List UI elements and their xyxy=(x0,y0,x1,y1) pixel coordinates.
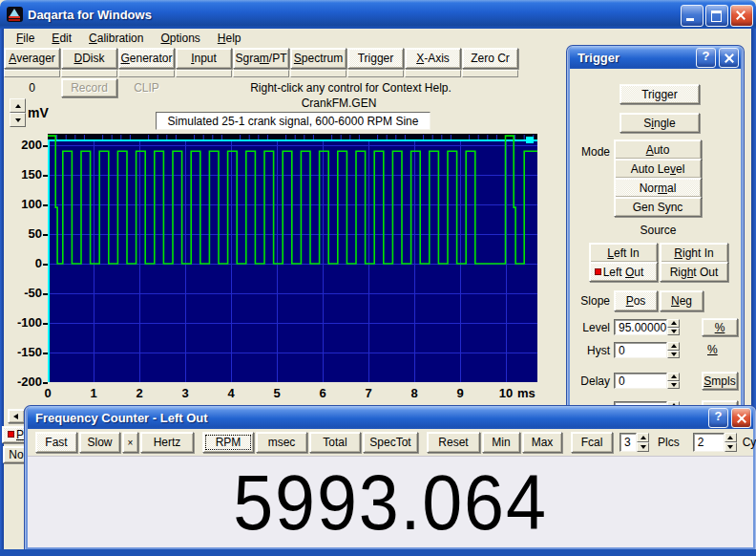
fc-places-up-icon[interactable] xyxy=(637,433,649,442)
fc-button-min[interactable]: Min xyxy=(482,432,520,453)
fc-button-fast[interactable]: Fast xyxy=(35,432,77,453)
fc-cylinders-stepper[interactable] xyxy=(724,433,737,452)
fc-button-multiplier[interactable]: × xyxy=(122,432,138,453)
trigger-titlebar[interactable]: Trigger ? xyxy=(570,46,741,69)
frequency-counter-window: Frequency Counter - Left Out ? FastSlow×… xyxy=(25,406,756,550)
trigger-level-up-icon[interactable] xyxy=(667,319,680,328)
fc-titlebar[interactable]: Frequency Counter - Left Out ? xyxy=(28,406,753,429)
fc-display-area: 5993.064 xyxy=(28,456,753,547)
trigger-source-right-out[interactable]: Right Out xyxy=(660,262,728,282)
fc-help-button[interactable]: ? xyxy=(708,408,728,428)
y-axis-range-stepper[interactable] xyxy=(10,98,26,127)
y-range-up-icon[interactable] xyxy=(10,98,26,113)
fc-button-reset[interactable]: Reset xyxy=(427,432,480,453)
trigger-hyst-field[interactable]: 0 xyxy=(614,342,667,358)
fc-button-fcal[interactable]: Fcal xyxy=(571,432,613,453)
menu-calibration[interactable]: Calibration xyxy=(80,30,152,47)
fc-button-msec[interactable]: msec xyxy=(256,432,307,453)
toolbar-button-generator[interactable]: Generator xyxy=(118,48,175,69)
trigger-delay-stepper[interactable] xyxy=(667,373,680,389)
trigger-mode-gen-sync[interactable]: Gen Sync xyxy=(614,197,702,217)
trigger-close-button[interactable] xyxy=(719,48,739,68)
menu-file[interactable]: File xyxy=(8,30,43,47)
fc-places-down-icon[interactable] xyxy=(637,442,649,452)
fc-cylinders-field[interactable]: 2 xyxy=(693,433,724,452)
y-tick-label: 150 xyxy=(10,167,42,182)
toolbar-button-spectrum[interactable]: Spectrum xyxy=(290,48,346,69)
trigger-level-label: Level xyxy=(574,321,610,334)
close-button[interactable] xyxy=(730,5,753,27)
trigger-single-button[interactable]: Single xyxy=(620,113,700,133)
trigger-mode-auto-level[interactable]: Auto Level xyxy=(614,159,702,179)
fc-close-button[interactable] xyxy=(731,408,751,428)
trigger-hyst-down-icon[interactable] xyxy=(667,351,680,359)
fc-body: FastSlow×HertzRPMmsecTotalSpecTotResetMi… xyxy=(28,429,753,547)
minimize-button[interactable] xyxy=(681,5,704,27)
trigger-level-field[interactable]: 95.00000 xyxy=(614,319,667,335)
toolbar-button-input[interactable]: Input xyxy=(176,48,232,69)
trigger-arm-button[interactable]: Trigger xyxy=(620,84,700,104)
trigger-source-left-in[interactable]: Left In xyxy=(589,243,658,263)
trigger-slope-neg[interactable]: Neg xyxy=(660,290,704,311)
fc-button-rpm[interactable]: RPM xyxy=(202,432,254,453)
toolbar-strip-segment xyxy=(176,70,232,77)
toolbar-button-trigger[interactable]: Trigger xyxy=(347,48,404,69)
trigger-mode-auto[interactable]: Auto xyxy=(614,139,702,160)
fc-button-hertz[interactable]: Hertz xyxy=(140,432,194,453)
trigger-window-title: Trigger xyxy=(570,51,620,65)
signal-title-box: Simulated 25-1 crank signal, 600-6000 RP… xyxy=(156,112,430,130)
menu-edit[interactable]: Edit xyxy=(43,30,80,47)
trigger-level-unit-button[interactable]: % xyxy=(702,318,738,336)
status-row: 0 Record CLIP xyxy=(4,78,176,97)
trigger-source-left-out[interactable]: Left Out xyxy=(589,262,658,282)
fc-cylinders-up-icon[interactable] xyxy=(724,433,737,442)
context-help-text: Right-click any control for Context Help… xyxy=(186,81,515,95)
trigger-delay-unit-button[interactable]: Smpls xyxy=(702,372,738,390)
y-tick-label: -100 xyxy=(10,315,42,330)
toolbar-button-sgram-pt[interactable]: Sgram/PT xyxy=(233,48,289,69)
scroll-left-button[interactable] xyxy=(8,409,25,423)
fc-toolbar: FastSlow×HertzRPMmsecTotalSpecTotResetMi… xyxy=(28,429,753,456)
trigger-level-stepper[interactable] xyxy=(667,319,680,335)
trigger-help-button[interactable]: ? xyxy=(696,48,716,68)
toolbar-strip-segment xyxy=(462,70,518,77)
trigger-delay-down-icon[interactable] xyxy=(667,381,680,390)
toolbar-strip-segment xyxy=(61,70,117,77)
trigger-delay-field[interactable]: 0 xyxy=(614,373,667,389)
trigger-delay-up-icon[interactable] xyxy=(667,373,680,381)
toolbar-button-averager[interactable]: Averager xyxy=(4,48,60,69)
fc-button-spectot[interactable]: SpecTot xyxy=(363,432,418,453)
toolbar-strip-segment xyxy=(233,70,289,77)
trigger-source-right-in[interactable]: Right In xyxy=(660,243,728,263)
fc-cylinders-down-icon[interactable] xyxy=(724,442,737,452)
toolbar-button-zero-cr[interactable]: Zero Cr xyxy=(462,48,518,69)
trigger-slope-pos[interactable]: Pos xyxy=(614,290,658,311)
record-button[interactable]: Record xyxy=(61,78,117,97)
toolbar-button-x-axis[interactable]: X-Axis xyxy=(405,48,461,69)
main-titlebar[interactable]: Daqarta for Windows xyxy=(0,0,756,29)
menu-options[interactable]: Options xyxy=(152,30,208,47)
menu-help[interactable]: Help xyxy=(209,30,250,47)
trigger-hyst-up-icon[interactable] xyxy=(667,342,680,351)
pause-indicator-icon xyxy=(8,431,14,438)
waveform-plot[interactable] xyxy=(48,134,537,382)
trigger-hyst-stepper[interactable] xyxy=(667,342,680,358)
toolbar-button-ddisk[interactable]: DDisk xyxy=(61,48,117,69)
fc-cylinders-group: 2 xyxy=(693,433,737,452)
fc-button-max[interactable]: Max xyxy=(522,432,562,453)
x-axis-unit-label: ms xyxy=(517,386,536,400)
trigger-hyst-unit-label: % xyxy=(707,343,736,356)
y-tick-mark xyxy=(43,293,48,295)
trigger-level-down-icon[interactable] xyxy=(667,328,680,336)
y-tick-label: 200 xyxy=(10,138,42,152)
fc-places-stepper[interactable] xyxy=(637,433,649,452)
fc-places-field[interactable]: 3 xyxy=(620,433,637,452)
trigger-panel-body: TriggerSingleModeAutoAuto LevelNormalGen… xyxy=(570,69,741,410)
y-range-down-icon[interactable] xyxy=(10,113,26,127)
fc-button-total[interactable]: Total xyxy=(309,432,361,453)
maximize-button[interactable] xyxy=(705,5,728,27)
window-border-left xyxy=(0,23,4,556)
trigger-mode-normal[interactable]: Normal xyxy=(614,178,702,198)
average-count-display: 0 xyxy=(4,78,60,97)
fc-button-slow[interactable]: Slow xyxy=(79,432,120,453)
